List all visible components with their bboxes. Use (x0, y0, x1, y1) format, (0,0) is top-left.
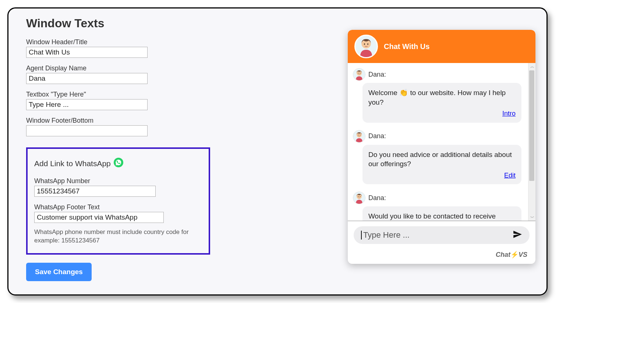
agent-name-label: Dana: (368, 132, 386, 140)
svg-point-7 (358, 73, 359, 74)
svg-point-12 (360, 134, 361, 135)
page-title: Window Texts (26, 17, 232, 30)
send-icon[interactable] (513, 230, 522, 241)
chat-footer-brand: Chat⚡VS (348, 247, 535, 264)
agent-avatar (353, 192, 365, 204)
whatsapp-heading: Add Link to WhatsApp (34, 158, 202, 169)
message-text: Welcome 👏 to our website. How may I help… (368, 89, 506, 106)
header-title-input[interactable] (26, 47, 148, 58)
bolt-icon: ⚡ (510, 251, 519, 258)
window-texts-panel: Window Texts Window Header/Title Agent D… (26, 17, 232, 281)
scrollbar[interactable]: ︿ ﹀ (528, 63, 535, 221)
agent-name-label: Agent Display Name (26, 64, 232, 72)
svg-point-3 (364, 43, 365, 45)
chat-body: Dana: Welcome 👏 to our website. How may … (348, 63, 535, 221)
message-action-link[interactable]: Intro (368, 109, 516, 118)
whatsapp-footertext-label: WhatsApp Footer Text (34, 203, 202, 211)
chat-preview: Chat With Us Dana: Welcome 👏 to our webs… (348, 30, 535, 264)
agent-avatar (353, 68, 365, 81)
placeholder-label: Textbox "Type Here" (26, 91, 232, 98)
brand-suffix: VS (519, 251, 527, 258)
chat-header: Chat With Us (348, 30, 535, 63)
chat-header-title: Chat With Us (384, 42, 429, 51)
header-avatar (354, 35, 378, 58)
message-action-link[interactable]: Edit (368, 171, 516, 180)
settings-frame: Window Texts Window Header/Title Agent D… (7, 7, 548, 296)
agent-avatar (353, 130, 365, 143)
message-bubble: Would you like to be contacted to receiv… (362, 206, 521, 221)
scroll-up-icon[interactable]: ︿ (529, 63, 535, 70)
footer-input[interactable] (26, 125, 148, 136)
whatsapp-helper-text: WhatsApp phone number must include count… (34, 228, 202, 245)
agent-name-label: Dana: (368, 194, 386, 202)
agent-name-input[interactable] (26, 73, 148, 84)
svg-point-16 (360, 196, 361, 197)
whatsapp-icon (114, 158, 123, 169)
svg-point-4 (367, 43, 368, 45)
chat-input-placeholder: Type Here ... (363, 230, 410, 240)
footer-label: Window Footer/Bottom (26, 117, 232, 125)
whatsapp-footertext-input[interactable] (34, 212, 164, 223)
chat-message: Dana: Do you need advice or additional d… (353, 130, 534, 185)
scroll-down-icon[interactable]: ﹀ (529, 214, 535, 221)
svg-point-11 (358, 134, 359, 135)
message-bubble: Do you need advice or additional details… (362, 145, 521, 185)
agent-name-label: Dana: (368, 71, 386, 78)
whatsapp-section: Add Link to WhatsApp WhatsApp Number Wha… (26, 147, 210, 255)
brand-text: Chat (496, 251, 510, 258)
whatsapp-number-label: WhatsApp Number (34, 177, 202, 185)
whatsapp-number-input[interactable] (34, 186, 156, 197)
save-changes-button[interactable]: Save Changes (26, 263, 92, 281)
chat-message: Dana: Welcome 👏 to our website. How may … (353, 68, 534, 123)
header-title-label: Window Header/Title (26, 38, 232, 46)
svg-point-8 (360, 73, 361, 74)
chat-input[interactable]: Type Here ... (354, 226, 530, 244)
message-bubble: Welcome 👏 to our website. How may I help… (362, 83, 521, 123)
text-cursor (361, 231, 362, 240)
svg-point-15 (358, 196, 359, 197)
message-text: Would you like to be contacted to receiv… (368, 212, 496, 220)
whatsapp-heading-text: Add Link to WhatsApp (34, 159, 111, 168)
scroll-thumb[interactable] (529, 70, 534, 181)
chat-message: Dana: Would you like to be contacted to … (353, 192, 534, 221)
chat-input-area: Type Here ... (348, 221, 535, 247)
placeholder-input[interactable] (26, 99, 148, 110)
message-text: Do you need advice or additional details… (368, 151, 512, 168)
